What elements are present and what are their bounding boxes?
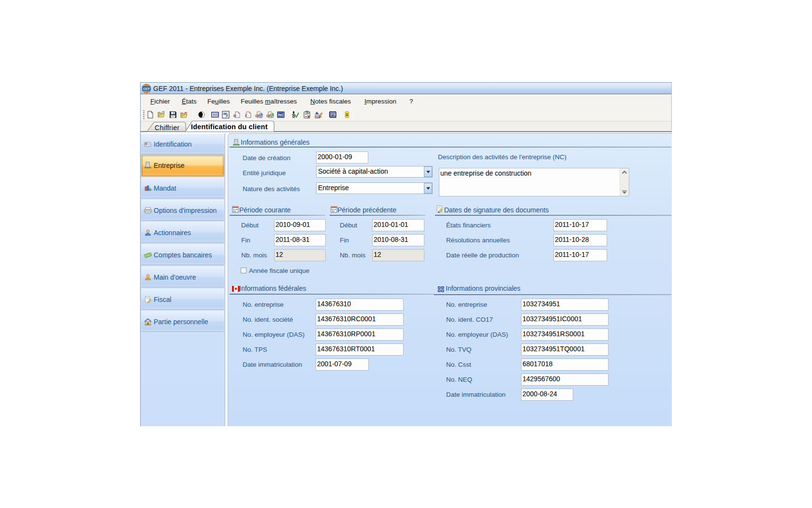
svg-text:F5: F5 [331,113,335,116]
svg-text:NC: NC [278,113,284,117]
svg-text:CF: CF [266,114,271,118]
svg-text:D: D [233,114,236,118]
svg-text:GEF: GEF [143,87,150,90]
svg-text:CF: CF [255,114,260,118]
svg-text:$: $ [346,113,348,117]
svg-text:P: P [272,114,274,117]
svg-text:i: i [245,113,246,118]
svg-text:F: F [261,114,263,117]
